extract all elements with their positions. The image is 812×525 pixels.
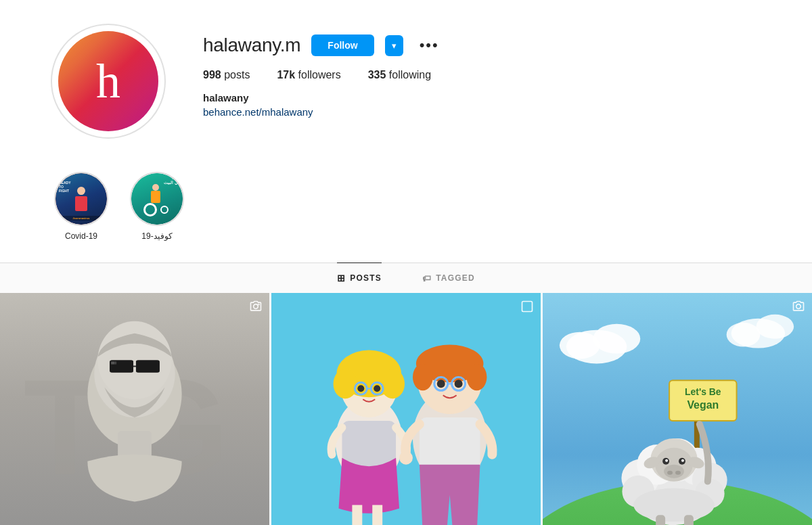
profile-info: halawany.m Follow ▾ ••• 998 posts 17k fo… xyxy=(203,27,758,118)
grid-icon: ⊞ xyxy=(337,273,346,283)
story-label-kovid: كوفيد-19 xyxy=(141,231,172,241)
followers-label: followers xyxy=(298,69,341,81)
svg-text:Vegan: Vegan xyxy=(687,399,719,411)
svg-rect-8 xyxy=(111,361,114,364)
svg-point-2 xyxy=(97,321,171,399)
story-circle-covid: BEREADYTOFIGHT #coronavirus xyxy=(54,172,108,226)
followers-count: 17k xyxy=(277,69,295,81)
svg-point-48 xyxy=(727,323,761,347)
profile-link[interactable]: behance.net/mhalawany xyxy=(203,106,313,118)
following-stat[interactable]: 335 following xyxy=(368,69,431,81)
follow-button[interactable]: Follow xyxy=(311,35,374,56)
story-label-covid: Covid-19 xyxy=(65,231,97,241)
stats-row: 998 posts 17k followers 335 following xyxy=(203,69,758,81)
svg-rect-7 xyxy=(136,361,160,373)
follow-dropdown-button[interactable]: ▾ xyxy=(385,35,403,56)
svg-rect-12 xyxy=(271,293,541,525)
svg-point-66 xyxy=(664,465,684,478)
svg-point-30 xyxy=(467,363,487,390)
posts-count: 998 xyxy=(203,69,221,81)
more-options-button[interactable]: ••• xyxy=(414,34,445,57)
profile-header: h halawany.m Follow ▾ ••• 998 posts xyxy=(0,0,812,156)
post-type-icon-2 xyxy=(520,300,534,316)
dropdown-arrow-icon: ▾ xyxy=(392,41,397,51)
svg-text:Let's Be: Let's Be xyxy=(685,386,721,397)
svg-point-16 xyxy=(334,369,358,398)
svg-point-38 xyxy=(399,451,413,465)
svg-rect-25 xyxy=(372,505,382,525)
posts-stat[interactable]: 998 posts xyxy=(203,69,250,81)
story-item-kovid[interactable]: كليكفي البيت كوفيد-19 xyxy=(130,172,184,241)
tabs-section: ⊞ POSTS 🏷 TAGGED xyxy=(0,262,812,293)
story-circle-kovid: كليكفي البيت xyxy=(130,172,184,226)
svg-rect-76 xyxy=(684,515,694,525)
story-item-covid[interactable]: BEREADYTOFIGHT #coronavirus Covid-19 xyxy=(54,172,108,241)
svg-point-47 xyxy=(756,315,794,339)
svg-rect-11 xyxy=(258,304,260,306)
tab-tagged-label: TAGGED xyxy=(436,273,475,283)
post-type-icon-3 xyxy=(792,300,805,316)
svg-point-68 xyxy=(675,471,681,475)
svg-point-63 xyxy=(633,488,714,522)
grid-item-2[interactable] xyxy=(271,293,541,525)
following-label: following xyxy=(389,69,431,81)
svg-rect-75 xyxy=(656,515,665,525)
svg-point-44 xyxy=(593,324,641,354)
followers-stat[interactable]: 17k followers xyxy=(277,69,340,81)
profile-top-row: halawany.m Follow ▾ ••• xyxy=(203,34,758,57)
svg-point-71 xyxy=(665,459,668,462)
svg-rect-37 xyxy=(420,417,480,472)
avatar[interactable]: h xyxy=(54,27,162,135)
svg-rect-9 xyxy=(114,361,116,364)
svg-rect-23 xyxy=(342,421,396,468)
svg-point-17 xyxy=(380,369,405,398)
grid-item-3[interactable]: Let's Be Vegan xyxy=(543,293,812,525)
tab-posts[interactable]: ⊞ POSTS xyxy=(337,262,382,293)
avatar-letter: h xyxy=(96,57,120,106)
svg-rect-41 xyxy=(522,302,533,312)
more-icon: ••• xyxy=(420,37,439,53)
tab-tagged[interactable]: 🏷 TAGGED xyxy=(422,262,475,293)
display-name: halawany xyxy=(203,92,758,104)
posts-label: posts xyxy=(224,69,250,81)
username: halawany.m xyxy=(203,35,300,56)
post-type-icon-1 xyxy=(249,300,263,316)
stories-highlights: BEREADYTOFIGHT #coronavirus Covid-19 xyxy=(0,156,812,262)
svg-point-18 xyxy=(357,385,364,392)
svg-point-67 xyxy=(667,471,673,475)
svg-point-32 xyxy=(455,380,463,388)
tag-icon: 🏷 xyxy=(422,273,432,283)
svg-point-31 xyxy=(437,380,445,388)
svg-rect-24 xyxy=(352,505,362,525)
svg-point-19 xyxy=(374,385,380,392)
svg-point-45 xyxy=(560,332,600,359)
following-count: 335 xyxy=(368,69,386,81)
grid-item-1[interactable]: T G xyxy=(0,293,269,525)
photo-grid: T G xyxy=(0,293,812,525)
tab-posts-label: POSTS xyxy=(350,273,382,283)
svg-point-29 xyxy=(413,363,433,390)
svg-point-72 xyxy=(681,459,684,462)
